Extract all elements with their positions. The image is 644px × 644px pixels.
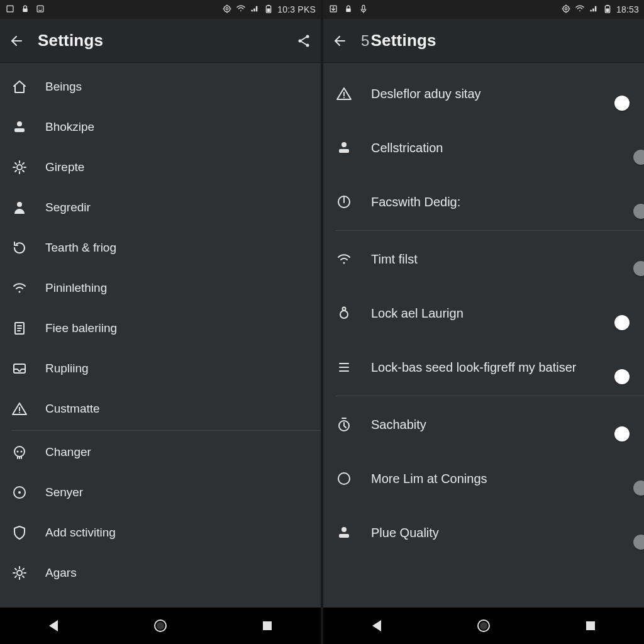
settings-row[interactable]: Cellstrication [323, 121, 644, 175]
row-label: More Lim at Conings [371, 471, 494, 487]
download-box-icon [328, 4, 338, 16]
battery-icon [264, 4, 274, 16]
settings-list: Desleflor aduy sitayCellstricationFacswi… [323, 63, 644, 608]
circle-icon [336, 470, 352, 487]
title-text: Settings [371, 31, 436, 50]
settings-badge-icon [561, 4, 571, 16]
settings-list: BeingsBhokzipeGirepteSegredirTearth & fr… [0, 63, 321, 608]
row-label: Rupliing [45, 361, 95, 376]
row-label: Bhokzipe [45, 119, 101, 135]
nav-bar [0, 608, 321, 644]
settings-row[interactable]: Facswith Dedig: [323, 175, 644, 229]
wifi-icon [236, 4, 246, 16]
settings-row[interactable]: Add sctiviting [0, 513, 321, 553]
nav-back-button[interactable] [35, 618, 72, 634]
separator [336, 396, 644, 396]
shield-icon [11, 525, 28, 541]
battery-icon [602, 4, 613, 16]
target-icon [11, 484, 28, 501]
warning-icon [11, 401, 28, 417]
row-label: Sachabity [371, 417, 433, 433]
separator [11, 430, 321, 431]
gear-icon [11, 565, 28, 581]
list-icon [336, 359, 352, 375]
status-time: 10:3 PKS [277, 4, 316, 14]
settings-row[interactable]: Tearth & friog [0, 228, 321, 268]
row-label: Lock ael Laurign [371, 306, 470, 321]
row-label: Agars [45, 565, 83, 580]
wifi-icon [11, 280, 28, 296]
person-card-icon [11, 119, 28, 135]
settings-row[interactable]: Bhokzipe [0, 107, 321, 147]
status-time: 18:53 [616, 4, 639, 14]
settings-row[interactable]: Fiee baleriing [0, 308, 321, 348]
person-card-icon [336, 525, 352, 541]
gear-icon [11, 159, 28, 175]
row-label: Segredir [45, 200, 97, 215]
settings-badge-icon [222, 4, 232, 16]
wifi-icon [575, 4, 585, 16]
settings-row[interactable]: Senyer [0, 472, 321, 513]
nav-bar [323, 608, 644, 644]
document-icon [11, 320, 28, 336]
settings-row[interactable]: Desleflor aduy sitay [323, 67, 644, 121]
mic-icon [358, 4, 369, 16]
back-button[interactable] [332, 33, 348, 49]
row-label: Changer [45, 445, 97, 460]
settings-row[interactable]: More Lim at Conings [323, 452, 644, 506]
ring-icon [336, 305, 352, 321]
row-label: Beings [45, 79, 88, 94]
row-label: Add sctiviting [45, 525, 122, 540]
nav-home-button[interactable] [465, 618, 502, 634]
wifi-icon [336, 251, 352, 267]
settings-row[interactable]: Lock-bas seed look-figreff my batiser [323, 340, 644, 394]
settings-row[interactable]: Sachabity [323, 397, 644, 452]
title-prefix: 5 [361, 32, 370, 50]
row-label: Custmatte [45, 401, 106, 416]
row-label: Tearth & friog [45, 240, 123, 255]
row-label: Plue Quality [371, 525, 445, 541]
row-label: Cellstrication [371, 140, 449, 156]
lock-icon [20, 4, 30, 16]
notification-square-icon [5, 4, 15, 16]
settings-row[interactable]: Beings [0, 67, 321, 107]
nav-back-button[interactable] [358, 618, 396, 634]
row-label: Girepte [45, 160, 91, 175]
nav-recent-button[interactable] [572, 618, 609, 634]
person-icon [11, 199, 28, 216]
phone-right: 18:53 5 Settings Desleflor aduy sitayCel… [322, 0, 644, 644]
nav-recent-button[interactable] [248, 618, 286, 634]
settings-row[interactable]: Agars [0, 553, 321, 593]
timer-icon [336, 416, 352, 433]
settings-row[interactable]: Rupliing [0, 348, 321, 389]
signal-icon [250, 4, 260, 16]
lock-icon [343, 4, 353, 16]
settings-row[interactable]: Pininlething [0, 268, 321, 308]
status-bar: 18:53 [323, 0, 644, 19]
app-header: 5 Settings [323, 19, 644, 63]
power-icon [336, 194, 352, 210]
share-button[interactable] [296, 33, 312, 49]
settings-row[interactable]: Timt filst [323, 232, 644, 286]
row-label: Timt filst [371, 252, 424, 267]
settings-row[interactable]: Changer [0, 432, 321, 472]
face-icon [35, 4, 45, 16]
row-label: Lock-bas seed look-figreff my batiser [371, 360, 582, 375]
settings-row[interactable]: Plue Quality [323, 506, 644, 560]
phone-left: 10:3 PKS Settings BeingsBhokzipeGirepteS… [0, 0, 322, 644]
warning-icon [336, 86, 352, 102]
settings-row[interactable]: Girepte [0, 147, 321, 187]
back-button[interactable] [9, 33, 25, 49]
skull-icon [11, 444, 28, 460]
row-label: Senyer [45, 485, 89, 500]
person-card-icon [336, 140, 352, 156]
settings-row[interactable]: Custmatte [0, 389, 321, 429]
nav-home-button[interactable] [142, 618, 179, 634]
settings-row[interactable]: Lock ael Laurign [323, 286, 644, 340]
app-header: Settings [0, 19, 321, 63]
settings-row[interactable]: Segredir [0, 187, 321, 228]
row-label: Desleflor aduy sitay [371, 86, 487, 102]
status-bar: 10:3 PKS [0, 0, 321, 19]
page-title: Settings [38, 31, 103, 50]
separator [336, 230, 644, 231]
